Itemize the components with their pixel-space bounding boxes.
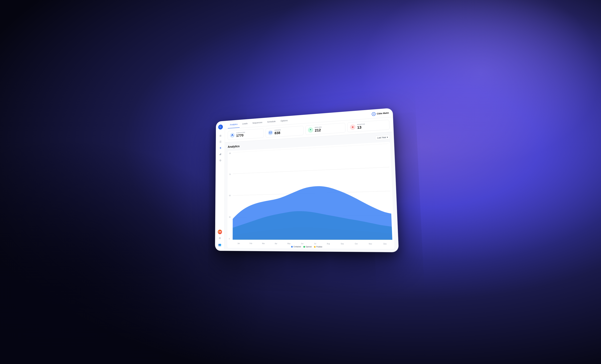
y-label-0: 0 xyxy=(229,238,230,240)
stat-card-opened: OPENED 838 xyxy=(266,126,304,138)
period-label: Last Year xyxy=(377,136,386,139)
tab-leads[interactable]: Leads xyxy=(240,120,250,128)
tab-options[interactable]: Options xyxy=(278,117,290,125)
stat-card-positive: POSITIVE 13 xyxy=(347,120,390,132)
x-label-nov: Nov xyxy=(369,243,372,245)
svg-rect-1 xyxy=(220,154,220,155)
chart-container: 90 70 50 30 0 xyxy=(227,142,395,249)
users-icon[interactable]: 👥 xyxy=(217,242,222,247)
legend-dot-opened xyxy=(303,246,305,248)
chart-icon[interactable] xyxy=(218,152,222,157)
tab-sequences[interactable]: Sequences xyxy=(250,119,264,127)
replied-info: REPLIED 212 xyxy=(315,126,322,132)
stat-card-replied: REPLIED 212 xyxy=(305,123,345,135)
legend-label-positive: Positive xyxy=(316,246,322,248)
avatar-initials: CM xyxy=(218,231,221,233)
x-label-jun: Jun xyxy=(301,243,303,244)
settings-icon[interactable]: ⚙ xyxy=(218,158,222,163)
tab-schedule[interactable]: Schedule xyxy=(265,118,278,126)
tablet: C ⊞ ☰ ⚙ CM ⚙ 👥 xyxy=(215,108,399,252)
main-content: Analytics Leads Sequences Schedule Optio… xyxy=(224,108,398,252)
chart-svg-container xyxy=(233,144,392,240)
svg-rect-2 xyxy=(220,153,221,155)
positive-info: POSITIVE 13 xyxy=(357,123,365,130)
opened-value: 838 xyxy=(274,131,281,135)
legend-label-opened: Opened xyxy=(306,246,312,248)
legend-dot-contacted xyxy=(291,246,293,247)
sidebar: C ⊞ ☰ ⚙ CM ⚙ 👥 xyxy=(215,121,225,251)
x-label-feb: Feb xyxy=(250,243,252,244)
brand-label: ◎ Cible Malin xyxy=(372,111,389,116)
legend-contacted: Contacted xyxy=(291,246,301,248)
svg-line-11 xyxy=(233,167,390,174)
stat-card-contacted: CONTACTED 1770 xyxy=(228,129,264,140)
chart-y-axis: 90 70 50 30 0 xyxy=(229,153,231,240)
legend-label-contacted: Contacted xyxy=(293,246,301,248)
x-label-apr: Apr xyxy=(275,243,277,244)
replied-icon xyxy=(308,127,313,133)
x-label-mar: Mar xyxy=(262,243,265,244)
analytics-section: Analytics Last Year ▾ 90 70 50 30 0 xyxy=(224,132,398,252)
x-label-aug: Aug xyxy=(327,243,330,245)
replied-value: 212 xyxy=(315,128,322,133)
opened-info: OPENED 838 xyxy=(274,129,281,135)
positive-icon xyxy=(350,124,356,130)
brand-icon: ◎ xyxy=(372,112,376,116)
avatar[interactable]: CM xyxy=(218,230,222,234)
chart-x-axis: Jan Feb Mar Apr May Jun Jul Aug Sep Oct … xyxy=(232,243,392,245)
legend-positive: Positive xyxy=(314,246,322,248)
svg-rect-4 xyxy=(269,132,272,134)
tablet-wrapper: C ⊞ ☰ ⚙ CM ⚙ 👥 xyxy=(215,108,399,252)
positive-value: 13 xyxy=(357,125,365,130)
y-label-90: 90 xyxy=(229,153,231,154)
sidebar-logo[interactable]: C xyxy=(218,124,223,130)
svg-rect-0 xyxy=(219,154,220,155)
legend-opened: Opened xyxy=(303,246,312,248)
brand-name: Cible Malin xyxy=(377,111,389,115)
list-icon[interactable]: ☰ xyxy=(218,139,223,144)
chart-legend: Contacted Opened Positive xyxy=(291,246,322,248)
y-label-30: 30 xyxy=(229,216,230,218)
tab-analytics[interactable]: Analytics xyxy=(228,121,240,128)
contacted-value: 1770 xyxy=(236,133,245,138)
x-label-jan: Jan xyxy=(237,243,240,244)
x-label-sep: Sep xyxy=(341,243,344,245)
x-label-oct: Oct xyxy=(355,243,358,245)
contacted-icon xyxy=(230,133,235,138)
y-label-50: 50 xyxy=(229,195,231,197)
chevron-down-icon: ▾ xyxy=(387,136,388,139)
brand-icon-symbol: ◎ xyxy=(373,113,375,115)
legend-dot-positive xyxy=(314,246,316,248)
logo-letter: C xyxy=(220,126,221,128)
contacted-info: CONTACTED 1770 xyxy=(236,131,245,138)
y-label-70: 70 xyxy=(229,173,231,175)
x-label-dec: Dec xyxy=(383,243,387,245)
section-title: Analytics xyxy=(228,145,240,149)
x-label-jul: Jul xyxy=(314,243,316,245)
x-label-may: May xyxy=(287,243,290,244)
send-icon[interactable] xyxy=(218,145,223,151)
home-icon[interactable]: ⊞ xyxy=(218,133,223,138)
opened-icon xyxy=(268,130,273,135)
period-select[interactable]: Last Year ▾ xyxy=(375,135,390,140)
settings-bottom-icon[interactable]: ⚙ xyxy=(217,235,222,241)
